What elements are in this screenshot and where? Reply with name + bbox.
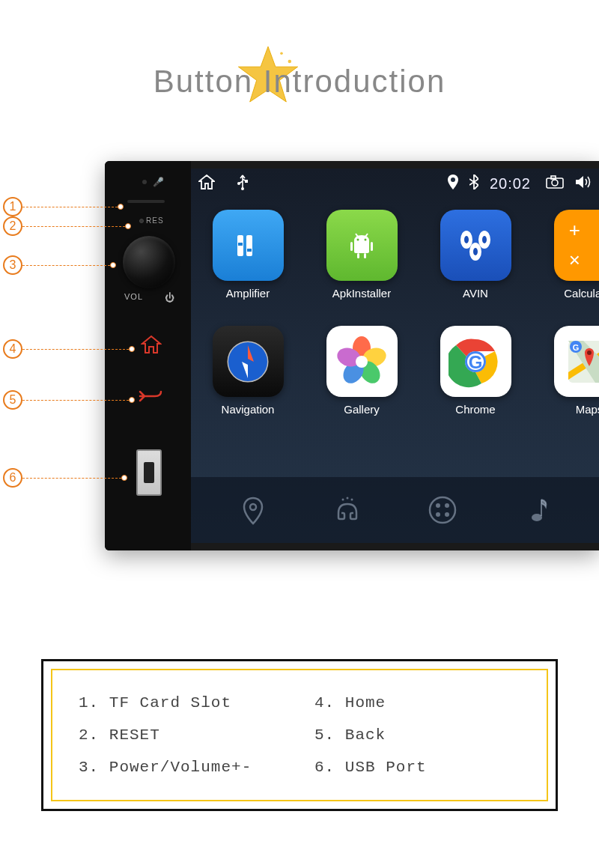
dock-location-icon[interactable] (231, 488, 276, 532)
screen[interactable]: 20:02 Amplifier (191, 169, 599, 543)
back-button[interactable] (139, 387, 162, 408)
chrome-icon: G (440, 326, 511, 397)
title-area: Button Introduction (0, 0, 599, 150)
app-label: ApkInstaller (332, 287, 391, 300)
callout-6: 6 (0, 468, 127, 488)
home-icon[interactable] (198, 174, 215, 193)
callouts: 1 2 3 4 5 6 (0, 161, 127, 550)
app-amplifier[interactable]: Amplifier (202, 210, 294, 300)
device: 🎤 RES VOL ⏻ (105, 161, 599, 550)
avin-icon (440, 210, 511, 281)
legend-box: 1. TF Card Slot 4. Home 2. RESET 5. Back… (41, 659, 558, 811)
app-label: AVIN (463, 287, 488, 300)
svg-rect-20 (357, 253, 359, 258)
svg-point-26 (482, 236, 487, 243)
legend-item: 4. Home (314, 694, 520, 711)
status-bar: 20:02 (191, 169, 599, 198)
app-calculator[interactable]: +−×= Calculator (544, 210, 599, 300)
svg-point-15 (365, 238, 367, 240)
usb-icon (237, 174, 248, 194)
svg-rect-21 (364, 253, 366, 258)
usb-port[interactable] (136, 449, 162, 496)
svg-point-54 (532, 514, 542, 521)
svg-point-1 (280, 52, 283, 55)
app-avin[interactable]: AVIN (430, 210, 521, 300)
legend-item: 1. TF Card Slot (79, 694, 285, 711)
legend-item: 3. Power/Volume+- (79, 759, 285, 776)
svg-point-47 (347, 497, 349, 500)
volume-icon[interactable] (575, 175, 592, 192)
mic-area: 🎤 (142, 177, 172, 186)
svg-point-3 (241, 187, 244, 190)
reset-label: RES (146, 216, 164, 225)
app-gallery[interactable]: Gallery (316, 326, 407, 416)
callout-5: 5 (0, 390, 135, 410)
tf-card-slot[interactable] (127, 200, 165, 203)
app-maps[interactable]: G Maps (544, 326, 599, 416)
svg-point-2 (288, 60, 292, 64)
svg-point-27 (473, 248, 478, 255)
maps-icon: G (554, 326, 600, 397)
callout-1: 1 (0, 197, 124, 216)
camera-icon[interactable] (546, 175, 564, 192)
calculator-icon: +−×= (554, 210, 600, 281)
clock-time: 20:02 (490, 175, 531, 192)
svg-rect-4 (245, 180, 248, 183)
dock-phone-icon[interactable] (325, 488, 370, 532)
svg-rect-18 (350, 242, 353, 251)
svg-rect-12 (238, 243, 243, 246)
svg-point-49 (430, 497, 455, 523)
app-label: Maps (576, 403, 599, 416)
legend-item: 2. RESET (79, 726, 285, 744)
gallery-icon (326, 326, 398, 397)
callout-2: 2 (0, 216, 131, 236)
svg-point-45 (250, 504, 256, 510)
volume-knob[interactable] (123, 236, 175, 288)
callout-4: 4 (0, 339, 135, 359)
svg-point-36 (356, 356, 368, 368)
power-icon: ⏻ (165, 292, 174, 303)
app-apkinstaller[interactable]: ApkInstaller (316, 210, 407, 300)
svg-line-17 (365, 234, 368, 237)
svg-point-42 (587, 350, 592, 355)
app-label: Amplifier (226, 287, 270, 300)
android-icon (326, 210, 398, 281)
svg-point-51 (445, 503, 449, 508)
svg-line-16 (356, 234, 358, 237)
svg-text:G: G (469, 352, 483, 372)
mic-icon: 🎤 (153, 177, 164, 187)
compass-icon (213, 326, 284, 397)
home-button[interactable] (141, 335, 162, 359)
svg-point-5 (237, 182, 240, 185)
svg-point-48 (351, 499, 353, 501)
svg-rect-19 (371, 242, 373, 251)
svg-point-50 (436, 503, 440, 508)
svg-point-53 (445, 512, 449, 517)
amplifier-icon (213, 210, 284, 281)
reset-button[interactable] (139, 219, 144, 223)
app-label: Navigation (222, 403, 275, 416)
app-label: Chrome (455, 403, 495, 416)
svg-point-52 (436, 512, 440, 517)
svg-text:G: G (573, 343, 580, 352)
svg-point-25 (464, 236, 469, 243)
app-navigation[interactable]: Navigation (202, 326, 294, 416)
svg-point-14 (357, 238, 359, 240)
svg-point-8 (552, 180, 558, 186)
svg-rect-9 (551, 176, 556, 179)
location-icon (448, 174, 458, 193)
app-chrome[interactable]: G Chrome (430, 326, 521, 416)
svg-point-46 (342, 499, 344, 501)
bluetooth-icon (469, 174, 478, 193)
page-title: Button Introduction (0, 64, 599, 100)
callout-3: 3 (0, 255, 116, 275)
dock-apps-icon[interactable] (420, 488, 465, 532)
svg-rect-11 (246, 235, 252, 256)
dock-music-icon[interactable] (514, 488, 559, 532)
app-grid: Amplifier ApkInstaller AVIN +−×= (191, 198, 599, 416)
legend-item: 5. Back (314, 726, 520, 744)
dock (191, 477, 599, 543)
app-label: Calculator (564, 287, 599, 300)
app-label: Gallery (344, 403, 380, 416)
legend-item: 6. USB Port (314, 759, 520, 776)
